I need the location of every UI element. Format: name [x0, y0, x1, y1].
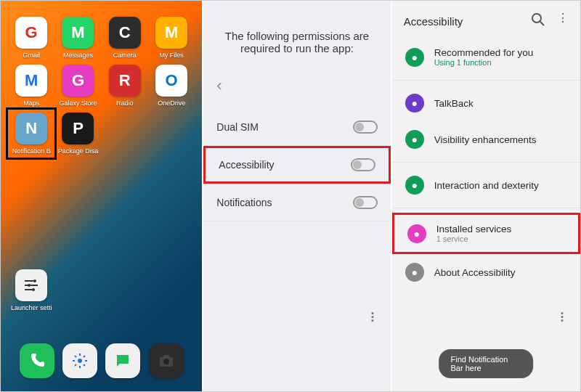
overflow-icon[interactable]: ⠇	[370, 310, 379, 326]
app-icon: N	[15, 113, 47, 144]
toast: Find Notification Bar here	[439, 349, 533, 378]
accessibility-settings: Accessibility ⋮ ●Recommended for youUsin…	[392, 1, 580, 391]
svg-point-3	[78, 359, 82, 363]
app-galaxy-store[interactable]: GGalaxy Store	[57, 65, 98, 107]
toggle[interactable]	[353, 196, 378, 209]
app-label: Notification B	[12, 147, 51, 155]
more-icon[interactable]: ⋮	[557, 11, 569, 31]
dock	[1, 343, 202, 378]
dock-chat[interactable]	[105, 343, 140, 378]
svg-point-5	[163, 359, 169, 364]
separator	[392, 162, 580, 163]
setting-visibility-enhancements[interactable]: ●Visibility enhancements	[392, 121, 580, 158]
dock-camera[interactable]	[149, 343, 184, 378]
setting-label: About Accessibility	[434, 267, 516, 278]
permissions-screen: The following permissions are required t…	[203, 1, 391, 391]
app-icon: G	[15, 17, 47, 49]
app-icon: M	[62, 17, 94, 49]
app-my-files[interactable]: MMy Files	[151, 17, 192, 59]
launcher-label: Launcher setti..	[11, 304, 52, 311]
app-label: OneDrive	[158, 99, 185, 107]
app-label: Gmail	[23, 52, 40, 59]
home-screen: GGmailMMessagesCCameraMMy FilesMMapsGGal…	[1, 1, 203, 391]
svg-point-1	[28, 284, 31, 287]
sliders-icon	[15, 269, 47, 301]
setting-label: Visibility enhancements	[434, 134, 537, 145]
app-radio[interactable]: RRadio	[105, 65, 145, 107]
setting-sub: 1 service	[436, 234, 512, 243]
app-onedrive[interactable]: OOneDrive	[151, 65, 192, 107]
app-icon: P	[62, 113, 94, 144]
setting-icon: ●	[405, 263, 424, 282]
setting-label: Installed services	[436, 224, 512, 234]
permissions-heading: The following permissions are required t…	[203, 1, 390, 76]
setting-label: TalkBack	[434, 98, 474, 109]
setting-talkback[interactable]: ●TalkBack	[392, 85, 580, 121]
separator	[392, 80, 580, 81]
setting-label: Recommended for you	[434, 47, 534, 58]
app-icon: O	[155, 65, 187, 97]
settings-header: Accessibility ⋮	[392, 1, 580, 38]
svg-point-7	[532, 14, 541, 23]
app-camera[interactable]: CCamera	[105, 17, 145, 59]
page-title: Accessibility	[404, 15, 463, 28]
app-icon: G	[62, 65, 94, 97]
settings-list: ●Recommended for youUsing 1 function●Tal…	[392, 38, 580, 290]
app-label: Maps	[23, 99, 39, 107]
app-icon: M	[15, 65, 47, 97]
perm-row-dual-sim[interactable]: Dual SIM	[203, 108, 390, 146]
perm-label: Accessibility	[219, 159, 274, 171]
dock-phone[interactable]	[20, 343, 54, 378]
overflow-icon[interactable]: ⠇	[559, 310, 569, 326]
perm-row-notifications[interactable]: Notifications	[203, 184, 390, 221]
setting-interaction-and-dexterity[interactable]: ●Interaction and dexterity	[392, 167, 580, 203]
app-label: Camera	[113, 52, 137, 59]
app-grid: GGmailMMessagesCCameraMMy FilesMMapsGGal…	[1, 1, 202, 160]
perm-label: Notifications	[216, 197, 272, 208]
back-button[interactable]: ‹	[203, 76, 390, 95]
setting-sub: Using 1 function	[434, 58, 534, 67]
perm-row-accessibility[interactable]: Accessibility	[203, 146, 390, 184]
toggle[interactable]	[351, 158, 375, 171]
setting-icon: ●	[405, 94, 424, 113]
perm-label: Dual SIM	[216, 121, 259, 133]
setting-label: Interaction and dexterity	[434, 180, 539, 191]
setting-installed-services[interactable]: ●Installed services1 service	[392, 213, 580, 254]
setting-icon: ●	[407, 224, 426, 243]
toggle[interactable]	[353, 121, 378, 134]
search-icon[interactable]	[529, 11, 547, 31]
app-gmail[interactable]: GGmail	[11, 17, 52, 59]
app-label: My Files	[159, 52, 184, 59]
separator	[392, 208, 580, 208]
app-maps[interactable]: MMaps	[11, 65, 52, 107]
svg-rect-6	[163, 355, 169, 358]
app-notification-b[interactable]: NNotification B	[6, 107, 57, 160]
app-messages[interactable]: MMessages	[57, 17, 98, 59]
launcher-settings-app[interactable]: Launcher setti..	[11, 269, 52, 311]
app-label: Galaxy Store	[59, 99, 97, 107]
app-label: Messages	[63, 52, 93, 59]
setting-icon: ●	[405, 130, 424, 149]
setting-recommended-for-you[interactable]: ●Recommended for youUsing 1 function	[392, 38, 580, 75]
app-icon: M	[155, 17, 187, 49]
permission-list: Dual SIMAccessibilityNotifications	[203, 108, 390, 221]
app-label: Radio	[116, 99, 134, 107]
app-package-disa[interactable]: PPackage Disa	[57, 113, 98, 155]
svg-point-2	[32, 288, 35, 291]
app-icon: R	[109, 65, 141, 97]
svg-point-0	[33, 279, 36, 282]
app-icon: C	[109, 17, 141, 49]
setting-icon: ●	[405, 48, 424, 67]
setting-about-accessibility[interactable]: ●About Accessibility	[392, 254, 580, 290]
setting-icon: ●	[405, 176, 424, 195]
app-label: Package Disa	[58, 147, 99, 155]
dock-settings[interactable]	[62, 343, 97, 378]
